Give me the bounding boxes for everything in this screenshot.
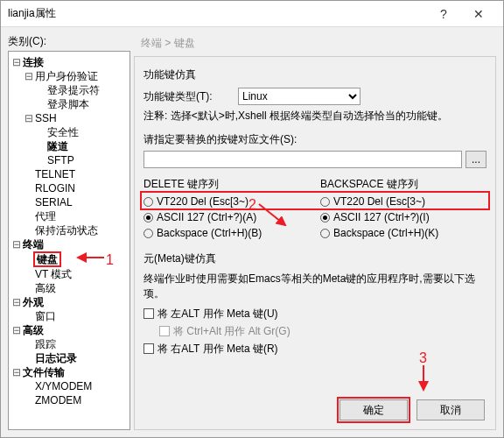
tree-auth[interactable]: 用户身份验证 <box>33 70 100 82</box>
tree-tunnel[interactable]: 隧道 <box>46 140 70 152</box>
tree-logging[interactable]: 日志记录 <box>33 352 79 364</box>
meta-note: 终端作业时使用需要如Emacs等相关的Meta键的应用程序时,需要以下选项。 <box>144 272 486 301</box>
backspace-opt-vt220[interactable]: VT220 Del (Esc[3~) <box>320 194 486 209</box>
close-button[interactable]: ✕ <box>461 7 496 21</box>
tree-sftp[interactable]: SFTP <box>46 154 76 166</box>
funckey-note: 注释: 选择<默认>时,Xshell 根据终端类型自动选择恰当的功能键。 <box>144 109 486 124</box>
tree-serial[interactable]: SERIAL <box>33 196 74 208</box>
tree-login-prompt[interactable]: 登录提示符 <box>46 84 102 96</box>
tree-advanced[interactable]: 高级 <box>21 324 46 336</box>
swapfile-input[interactable] <box>144 151 462 168</box>
tree-keepalive[interactable]: 保持活动状态 <box>33 224 100 237</box>
tree-proxy[interactable]: 代理 <box>33 210 58 223</box>
cancel-button[interactable]: 取消 <box>416 399 485 420</box>
delete-seq-title: DELETE 键序列 <box>144 177 310 192</box>
browse-button[interactable]: ... <box>466 151 486 168</box>
funckey-title: 功能键仿真 <box>144 67 486 82</box>
meta-ctrl-alt: 将 Ctrl+Alt 用作 Alt Gr(G) <box>159 322 486 340</box>
tree-filetransfer[interactable]: 文件传输 <box>21 366 66 378</box>
delete-opt-backspace[interactable]: Backspace (Ctrl+H)(B) <box>144 225 310 241</box>
tree-zmodem[interactable]: ZMODEM <box>33 394 83 406</box>
tree-ssh[interactable]: SSH <box>33 112 59 124</box>
help-button[interactable]: ? <box>426 7 461 21</box>
backspace-opt-backspace[interactable]: Backspace (Ctrl+H)(K) <box>320 225 486 241</box>
meta-right-alt[interactable]: 将 右ALT 用作 Meta 键(R) <box>144 340 486 357</box>
tree-xymodem[interactable]: X/YMODEM <box>33 380 94 392</box>
tree-security[interactable]: 安全性 <box>46 126 80 138</box>
tree-keyboard[interactable]: 键盘 <box>33 251 61 267</box>
backspace-opt-ascii127[interactable]: ASCII 127 (Ctrl+?)(I) <box>320 209 486 225</box>
tree-advanced-terminal[interactable]: 高级 <box>33 282 58 294</box>
ok-button[interactable]: 确定 <box>340 399 408 420</box>
funckey-type-label: 功能键类型(T): <box>144 89 231 104</box>
tree-appearance[interactable]: 外观 <box>21 296 46 308</box>
category-label: 类别(C): <box>8 34 130 49</box>
category-tree[interactable]: ⊟连接 ⊟用户身份验证 登录提示符 登录脚本 ⊟SSH 安全性 <box>8 51 130 430</box>
delete-opt-ascii127[interactable]: ASCII 127 (Ctrl+?)(A) <box>144 209 310 225</box>
tree-telnet[interactable]: TELNET <box>33 168 77 180</box>
tree-login-script[interactable]: 登录脚本 <box>46 98 91 110</box>
tree-connection[interactable]: 连接 <box>21 56 46 68</box>
tree-trace[interactable]: 跟踪 <box>33 338 58 350</box>
tree-window[interactable]: 窗口 <box>33 310 58 322</box>
tree-vtmode[interactable]: VT 模式 <box>33 268 74 280</box>
funckey-type-select[interactable]: Linux <box>238 88 360 105</box>
backspace-seq-title: BACKSPACE 键序列 <box>320 177 486 192</box>
window-title: lianjia属性 <box>8 6 426 21</box>
meta-left-alt[interactable]: 将 左ALT 用作 Meta 键(U) <box>144 305 486 322</box>
tree-terminal[interactable]: 终端 <box>21 238 46 251</box>
tree-rlogin[interactable]: RLOGIN <box>33 182 77 194</box>
meta-title: 元(Meta)键仿真 <box>144 251 486 266</box>
breadcrumb: 终端 > 键盘 <box>134 34 496 56</box>
swapfile-label: 请指定要替换的按键对应文件(S): <box>144 132 486 147</box>
delete-opt-vt220[interactable]: VT220 Del (Esc[3~) <box>144 194 310 209</box>
